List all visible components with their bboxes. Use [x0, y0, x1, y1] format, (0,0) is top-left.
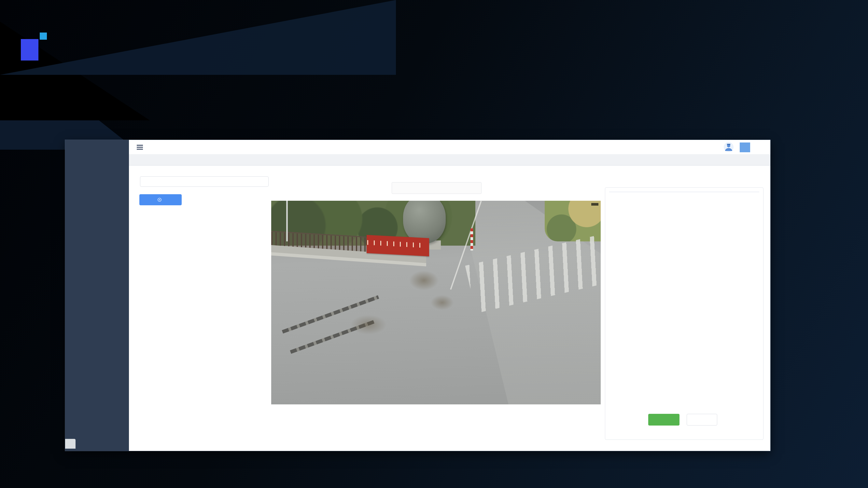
- user-thumbnail[interactable]: [740, 142, 750, 152]
- sidebar: [65, 140, 129, 451]
- device-list-button[interactable]: [140, 194, 182, 205]
- presentation-slide: [0, 0, 868, 488]
- close-channel-button[interactable]: [591, 203, 598, 206]
- title-bullet-square: [21, 39, 38, 61]
- app-window: [65, 140, 770, 451]
- hamburger-menu-icon[interactable]: [137, 145, 143, 146]
- device-tree: [140, 206, 263, 438]
- title-bullet-square-small: [40, 33, 47, 40]
- user-avatar[interactable]: [723, 142, 734, 152]
- broadcast-panel: [605, 187, 764, 440]
- tab-bar: [129, 154, 770, 166]
- start-broadcast-button[interactable]: [648, 414, 680, 426]
- status-url: [65, 439, 75, 449]
- decor-shape: [0, 0, 396, 75]
- delete-all-button[interactable]: [687, 414, 717, 426]
- broadcast-table: [609, 192, 759, 192]
- search-input[interactable]: [140, 176, 269, 187]
- video-road-stains: [271, 201, 601, 404]
- location-icon: [157, 197, 162, 202]
- screen-layout-toolbar: [392, 182, 482, 194]
- video-player: [271, 201, 601, 404]
- header-bar: [129, 140, 770, 155]
